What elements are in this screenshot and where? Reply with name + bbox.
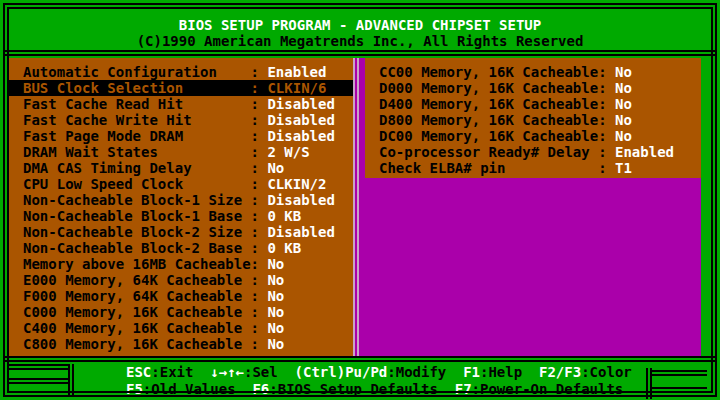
option-label: BUS Clock Selection — [23, 80, 251, 96]
option-label: Check ELBA# pin — [379, 160, 598, 176]
option-row[interactable]: E000 Memory, 64K Cacheable: No — [9, 272, 353, 288]
option-separator: : — [251, 320, 268, 336]
option-value: Disabled — [267, 96, 334, 112]
key-description: :Power-On Defaults — [472, 381, 624, 397]
option-value: Disabled — [267, 192, 334, 208]
option-value: 0 KB — [267, 240, 301, 256]
panel-divider — [353, 58, 365, 356]
option-row[interactable]: C000 Memory, 16K Cacheable: No — [9, 304, 353, 320]
option-value: No — [267, 160, 284, 176]
option-row[interactable]: D000 Memory, 16K Cacheable: No — [365, 80, 701, 96]
option-separator: : — [598, 112, 615, 128]
key-name: F1 — [463, 364, 480, 380]
option-separator: : — [598, 144, 615, 160]
option-row[interactable]: C800 Memory, 16K Cacheable: No — [9, 336, 353, 352]
key-hint: F7:Power-On Defaults — [455, 381, 624, 397]
option-value: Disabled — [267, 128, 334, 144]
option-separator: : — [251, 144, 268, 160]
option-value: Enabled — [267, 64, 326, 80]
option-label: C000 Memory, 16K Cacheable — [23, 304, 251, 320]
option-row[interactable]: CPU Low Speed Clock: CLKIN/2 — [9, 176, 353, 192]
option-separator: : — [251, 160, 268, 176]
footer-separator-line — [3, 356, 717, 362]
bios-setup-screen: BIOS SETUP PROGRAM - ADVANCED CHIPSET SE… — [0, 0, 720, 400]
option-row[interactable]: Fast Page Mode DRAM: Disabled — [9, 128, 353, 144]
option-value: No — [615, 112, 632, 128]
key-description: :Sel — [244, 364, 278, 380]
option-row[interactable]: Non-Cacheable Block-1 Base: 0 KB — [9, 208, 353, 224]
option-row[interactable]: Non-Cacheable Block-2 Base: 0 KB — [9, 240, 353, 256]
key-hint: (Ctrl)Pu/Pd:Modify — [295, 364, 447, 380]
key-hint: ESC:Exit — [126, 364, 193, 380]
option-row[interactable]: F000 Memory, 64K Cacheable: No — [9, 288, 353, 304]
key-name: F6 — [252, 381, 269, 397]
option-separator: : — [251, 256, 268, 272]
option-row[interactable]: D400 Memory, 16K Cacheable: No — [365, 96, 701, 112]
option-separator: : — [251, 176, 268, 192]
footer-help-line-2: F5:Old ValuesF6:BIOS Setup DefaultsF7:Po… — [126, 381, 623, 397]
option-value: CLKIN/6 — [267, 80, 326, 96]
option-row[interactable]: D800 Memory, 16K Cacheable: No — [365, 112, 701, 128]
option-label: Fast Cache Write Hit — [23, 112, 251, 128]
option-value: No — [615, 128, 632, 144]
option-label: Fast Cache Read Hit — [23, 96, 251, 112]
left-options-panel: Automatic Configuration: EnabledBUS Cloc… — [9, 58, 353, 356]
header-separator-line — [3, 50, 717, 56]
option-separator: : — [251, 240, 268, 256]
option-separator: : — [598, 96, 615, 112]
option-label: DC00 Memory, 16K Cacheable — [379, 128, 598, 144]
option-label: C400 Memory, 16K Cacheable — [23, 320, 251, 336]
option-label: DMA CAS Timing Delay — [23, 160, 251, 176]
option-separator: : — [251, 224, 268, 240]
option-label: D400 Memory, 16K Cacheable — [379, 96, 598, 112]
option-label: Memory above 16MB Cacheable — [23, 256, 251, 272]
option-separator: : — [251, 80, 268, 96]
option-value: No — [267, 272, 284, 288]
option-row[interactable]: DRAM Wait States: 2 W/S — [9, 144, 353, 160]
option-row[interactable]: CC00 Memory, 16K Cacheable: No — [365, 64, 701, 80]
option-separator: : — [598, 80, 615, 96]
key-name: F7 — [455, 381, 472, 397]
empty-display-area — [365, 178, 701, 356]
option-separator: : — [598, 160, 615, 176]
option-label: Fast Page Mode DRAM — [23, 128, 251, 144]
option-value: Enabled — [615, 144, 674, 160]
option-row[interactable]: C400 Memory, 16K Cacheable: No — [9, 320, 353, 336]
option-label: CC00 Memory, 16K Cacheable — [379, 64, 598, 80]
key-description: :Color — [581, 364, 632, 380]
option-label: F000 Memory, 64K Cacheable — [23, 288, 251, 304]
option-separator: : — [251, 336, 268, 352]
option-row[interactable]: Fast Cache Read Hit: Disabled — [9, 96, 353, 112]
key-hint: ↓→↑←:Sel — [210, 364, 277, 380]
option-row-selected[interactable]: BUS Clock Selection: CLKIN/6 — [9, 80, 353, 96]
option-separator: : — [251, 128, 268, 144]
option-row[interactable]: Memory above 16MB Cacheable: No — [9, 256, 353, 272]
option-row[interactable]: Non-Cacheable Block-2 Size: Disabled — [9, 224, 353, 240]
option-row[interactable]: DMA CAS Timing Delay: No — [9, 160, 353, 176]
option-row[interactable]: Check ELBA# pin: T1 — [365, 160, 701, 176]
right-options-panel: CC00 Memory, 16K Cacheable: NoD000 Memor… — [365, 58, 701, 178]
option-row[interactable]: Co-processor Ready# Delay: Enabled — [365, 144, 701, 160]
option-row[interactable]: DC00 Memory, 16K Cacheable: No — [365, 128, 701, 144]
key-name: F5 — [126, 381, 143, 397]
key-name: ESC — [126, 364, 151, 380]
key-description: :BIOS Setup Defaults — [269, 381, 438, 397]
option-row[interactable]: Non-Cacheable Block-1 Size: Disabled — [9, 192, 353, 208]
option-value: T1 — [615, 160, 632, 176]
key-hint: F2/F3:Color — [539, 364, 632, 380]
option-value: No — [615, 64, 632, 80]
option-separator: : — [251, 272, 268, 288]
key-description: :Modify — [387, 364, 446, 380]
copyright-text: (C)1990 American Megatrends Inc., All Ri… — [0, 33, 720, 49]
option-row[interactable]: Automatic Configuration: Enabled — [9, 64, 353, 80]
option-label: Automatic Configuration — [23, 64, 251, 80]
option-value: Disabled — [267, 112, 334, 128]
option-row[interactable]: Fast Cache Write Hit: Disabled — [9, 112, 353, 128]
option-value: CLKIN/2 — [267, 176, 326, 192]
key-name: (Ctrl)Pu/Pd — [295, 364, 388, 380]
option-value: 2 W/S — [267, 144, 309, 160]
option-label: Non-Cacheable Block-1 Size — [23, 192, 251, 208]
key-description: :Help — [480, 364, 522, 380]
option-label: D000 Memory, 16K Cacheable — [379, 80, 598, 96]
option-value: Disabled — [267, 224, 334, 240]
